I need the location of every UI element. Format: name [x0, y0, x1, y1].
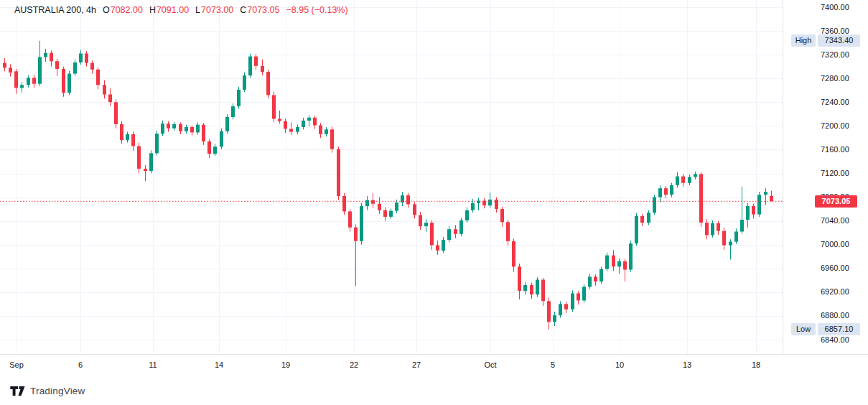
candle	[196, 125, 200, 133]
candle	[764, 192, 767, 195]
candle	[582, 287, 586, 300]
last-price-badge: 7073.05	[815, 195, 857, 208]
candle	[594, 276, 597, 281]
candle	[729, 242, 732, 246]
candle	[32, 78, 36, 83]
candle	[108, 95, 112, 103]
candle	[9, 68, 12, 73]
candle	[55, 61, 59, 69]
candle	[137, 146, 141, 169]
time-axis-label: 18	[752, 360, 760, 369]
low-badge-label: Low	[791, 323, 816, 335]
candle	[278, 118, 281, 121]
time-axis[interactable]: Sep61114192227Oct5101318	[0, 354, 868, 381]
attribution-bar: TradingView	[10, 386, 85, 396]
candle	[395, 202, 398, 211]
candle	[254, 57, 258, 66]
price-chart[interactable]	[0, 0, 783, 354]
price-axis-label: 7200.00	[821, 121, 849, 131]
session-high-badge: High 7343.40	[791, 34, 860, 47]
candle	[237, 90, 241, 106]
candle	[261, 66, 264, 72]
candle	[488, 200, 492, 205]
candle	[500, 209, 504, 222]
time-axis-label: 13	[683, 360, 691, 369]
ohlc-pair: C7073.05	[240, 5, 279, 15]
candle	[38, 57, 42, 84]
candle	[207, 141, 211, 154]
price-axis[interactable]: High 7343.40 Low 6857.10 7073.05 7400.00…	[783, 0, 868, 354]
symbol-title: AUSTRALIA 200, 4h	[14, 5, 96, 15]
candle	[354, 228, 358, 241]
candle	[289, 129, 293, 132]
candle	[430, 223, 434, 245]
candle	[670, 185, 673, 195]
price-axis-label: 7400.00	[821, 3, 849, 12]
candle	[179, 124, 182, 131]
candle	[413, 205, 416, 215]
candle	[383, 210, 387, 217]
candle	[90, 63, 94, 70]
candle	[155, 134, 159, 153]
candle	[50, 53, 53, 62]
change-value: −8.95 (−0.13%)	[286, 5, 347, 15]
candle	[553, 315, 556, 322]
candle	[96, 70, 100, 85]
candle	[424, 223, 428, 226]
candle	[523, 285, 527, 291]
candle	[605, 256, 609, 269]
candle	[266, 72, 270, 95]
candle	[577, 294, 580, 301]
time-axis-label: 27	[412, 360, 421, 369]
time-axis-label: 14	[215, 360, 223, 369]
time-axis-label: 10	[615, 360, 624, 369]
candle	[225, 117, 229, 131]
candle	[599, 269, 603, 281]
candle	[612, 256, 615, 267]
candle	[378, 204, 381, 210]
candle	[406, 195, 410, 204]
candle	[471, 203, 475, 210]
candle	[530, 285, 533, 294]
candle	[647, 213, 650, 223]
candle	[161, 124, 164, 134]
candle	[220, 131, 223, 147]
candle	[389, 211, 393, 217]
tradingview-logo[interactable]: TradingView	[30, 386, 85, 396]
tradingview-logo-icon[interactable]	[10, 386, 25, 396]
candle	[459, 220, 463, 234]
candle	[190, 127, 194, 132]
candle	[564, 304, 568, 309]
candle	[734, 232, 738, 242]
candle	[512, 241, 515, 267]
candle	[330, 129, 334, 149]
candle	[360, 206, 363, 241]
candle	[617, 261, 621, 266]
price-axis-label: 7240.00	[821, 98, 849, 107]
candle	[213, 146, 217, 154]
candle	[131, 134, 135, 146]
candle	[337, 149, 340, 196]
price-axis-label: 6880.00	[821, 311, 849, 320]
ohlc-pair: L7073.00	[195, 5, 233, 15]
candle	[419, 215, 422, 226]
candle	[746, 206, 750, 220]
candle	[167, 124, 170, 129]
symbol-legend: AUSTRALIA 200, 4h O7082.00H7091.00L7073.…	[14, 5, 348, 15]
price-axis-label: 6920.00	[821, 287, 849, 297]
candle	[676, 177, 679, 185]
ohlc-values: O7082.00H7091.00L7073.00C7073.05	[103, 5, 280, 15]
candle	[27, 78, 30, 85]
candle	[694, 174, 697, 177]
candle	[518, 266, 521, 291]
candle	[313, 118, 317, 126]
low-badge-value: 6857.10	[818, 323, 860, 335]
candle	[73, 62, 77, 74]
candle	[20, 85, 24, 88]
candle	[770, 196, 773, 201]
time-axis-label: Oct	[484, 360, 496, 369]
candle	[172, 124, 176, 129]
price-axis-label: 7160.00	[821, 145, 849, 154]
candle	[272, 95, 276, 118]
candle	[103, 85, 106, 94]
